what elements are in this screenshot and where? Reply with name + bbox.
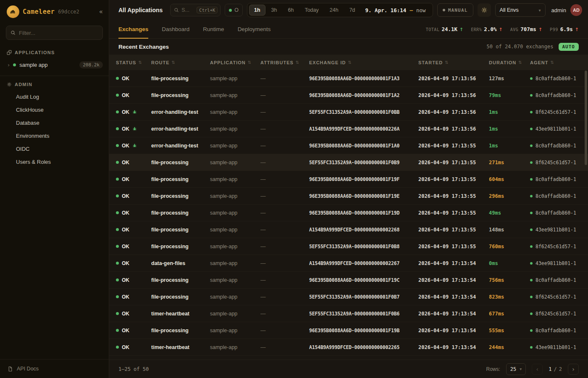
stat-label: ERR% xyxy=(471,27,482,32)
table-row[interactable]: OKfile-processingsample-app—5EF55FC31352… xyxy=(109,289,588,305)
application-cell: sample-app xyxy=(210,143,260,149)
tab-dashboard[interactable]: Dashboard xyxy=(162,20,189,38)
date-separator: — xyxy=(410,7,413,13)
started-cell: 2026-04-09 17:13:55 xyxy=(418,193,489,199)
date-range[interactable]: 9. Apr. 16:14 — now xyxy=(360,7,431,13)
table-row[interactable]: OKfile-processingsample-app—96E395B0088A… xyxy=(109,70,588,87)
duration-cell: 760ms xyxy=(489,244,530,249)
time-range-today[interactable]: Today xyxy=(299,5,323,16)
prev-page-button[interactable]: ‹ xyxy=(532,364,543,375)
table-row[interactable]: OKtimer-heartbeatsample-app—5EF55FC31352… xyxy=(109,305,588,322)
route-cell: file-processing xyxy=(151,176,210,182)
stat-avg: AVG707ms↑ xyxy=(510,26,542,32)
api-docs-link[interactable]: API Docs xyxy=(0,359,109,378)
duration-cell: 555ms xyxy=(489,328,530,333)
page-separator: / xyxy=(554,366,557,372)
status-label: OK xyxy=(122,126,129,132)
table-row[interactable]: OKfile-processingsample-app—96E395B0088A… xyxy=(109,171,588,188)
duration-cell: 756ms xyxy=(489,277,530,283)
sidebar-item-users-roles[interactable]: Users & Roles xyxy=(0,155,109,168)
agent-label: 43ee9811b801-1 xyxy=(536,344,576,350)
exchange-id-cell: 96E395B0088AA6D-000000000001F19D xyxy=(309,210,418,216)
agent-label: 8f6245c61d57-1 xyxy=(536,109,576,115)
table-row[interactable]: OKerror-handling-testsample-app—A154B9A9… xyxy=(109,121,588,137)
status-label: OK xyxy=(122,109,129,115)
table-row[interactable]: OKtimer-heartbeatsample-app—A154B9A999DF… xyxy=(109,339,588,356)
stat-p99: P996.9s↑ xyxy=(550,26,579,32)
table-row[interactable]: OKfile-processingsample-app—5EF55FC31352… xyxy=(109,238,588,255)
application-cell: sample-app xyxy=(210,344,260,350)
stat-value: 2.0% xyxy=(484,26,496,32)
started-cell: 2026-04-09 17:13:55 xyxy=(418,143,489,149)
sidebar-collapse-button[interactable]: « xyxy=(99,8,103,16)
route-cell: file-processing xyxy=(151,92,210,98)
avatar[interactable]: AD xyxy=(570,4,582,16)
app-name-label: sample app xyxy=(19,62,76,68)
table-row[interactable]: OKfile-processingsample-app—A154B9A999DF… xyxy=(109,221,588,238)
theme-toggle-button[interactable] xyxy=(478,3,491,17)
env-select[interactable]: All Envs ▾ xyxy=(495,3,546,17)
column-header-application[interactable]: APPLICATION⇅ xyxy=(210,60,260,65)
time-range-group: 1h3h6hToday24h7d 9. Apr. 16:14 — now xyxy=(247,3,433,17)
column-header-duration[interactable]: DURATION⇅ xyxy=(489,60,530,65)
table-row[interactable]: OKerror-handling-testsample-app—96E395B0… xyxy=(109,137,588,154)
table-row[interactable]: OKfile-processingsample-app—96E395B0088A… xyxy=(109,322,588,339)
sidebar-item-audit-log[interactable]: Audit Log xyxy=(0,90,109,103)
duration-cell: 604ms xyxy=(489,176,530,182)
column-label: STARTED xyxy=(418,60,443,65)
agent-label: 43ee9811b801-1 xyxy=(536,126,576,132)
status-label: OK xyxy=(122,344,129,350)
next-page-button[interactable]: › xyxy=(568,364,579,375)
sidebar-item-clickhouse[interactable]: ClickHouse xyxy=(0,103,109,116)
table-row[interactable]: OKfile-processingsample-app—96E395B0088A… xyxy=(109,87,588,104)
status-cell: OK xyxy=(116,260,151,266)
agent-cell: 8f6245c61d57-1 xyxy=(530,244,581,249)
attributes-cell: — xyxy=(260,92,309,98)
agent-label: 8c0affadb860-1 xyxy=(536,92,576,98)
scrollbar-thumb[interactable] xyxy=(585,71,587,165)
online-filter-toggle[interactable]: O xyxy=(225,4,243,16)
sidebar-item-database[interactable]: Database xyxy=(0,116,109,129)
time-range-6h[interactable]: 6h xyxy=(283,5,299,16)
sidebar-filter-input[interactable]: Filter... xyxy=(6,26,103,40)
agent-cell: 8f6245c61d57-1 xyxy=(530,109,581,115)
column-header-attributes[interactable]: ATTRIBUTES⇅ xyxy=(260,60,309,65)
duration-cell: 1ms xyxy=(489,143,530,149)
duration-cell: 0ms xyxy=(489,260,530,266)
tab-deployments[interactable]: Deployments xyxy=(238,20,271,38)
table-row[interactable]: OKfile-processingsample-app—96E395B0088A… xyxy=(109,188,588,205)
route-cell: file-processing xyxy=(151,193,210,199)
auto-refresh-badge[interactable]: AUTO xyxy=(559,43,579,51)
column-header-exchange-id[interactable]: EXCHANGE ID⇅ xyxy=(309,60,418,65)
search-input[interactable]: S... Ctrl+K xyxy=(170,4,220,16)
manual-refresh-button[interactable]: MANUAL xyxy=(437,3,473,17)
column-label: ROUTE xyxy=(151,60,170,65)
table-row[interactable]: OKerror-handling-testsample-app—5EF55FC3… xyxy=(109,104,588,121)
agent-dot xyxy=(530,312,533,315)
column-header-started[interactable]: STARTED⇅ xyxy=(418,60,489,65)
table-row[interactable]: OKdata-gen-filessample-app—A154B9A999DFC… xyxy=(109,255,588,272)
table-row[interactable]: OKfile-processingsample-app—96E395B0088A… xyxy=(109,272,588,289)
sidebar-item-sample-app[interactable]: › sample app 208.2k xyxy=(0,58,109,71)
time-range-3h[interactable]: 3h xyxy=(266,5,282,16)
tab-exchanges[interactable]: Exchanges xyxy=(118,20,148,38)
time-range-7d[interactable]: 7d xyxy=(344,5,360,16)
stat-label: AVG xyxy=(510,27,519,32)
table-row[interactable]: OKfile-processingsample-app—96E395B0088A… xyxy=(109,205,588,221)
attributes-cell: — xyxy=(260,260,309,266)
tab-runtime[interactable]: Runtime xyxy=(203,20,224,38)
status-label: OK xyxy=(122,227,129,233)
stat-total: TOTAL24.1K↑ xyxy=(426,26,463,32)
time-range-24h[interactable]: 24h xyxy=(325,5,344,16)
time-range-1h[interactable]: 1h xyxy=(249,5,265,16)
agent-label: 8c0affadb860-1 xyxy=(536,328,576,333)
column-header-status[interactable]: STATUS⇅ xyxy=(116,60,151,65)
column-header-agent[interactable]: AGENT⇅ xyxy=(530,60,581,65)
column-header-route[interactable]: ROUTE⇅ xyxy=(151,60,210,65)
rows-per-page-select[interactable]: 25 ▾ xyxy=(506,363,526,375)
route-cell: error-handling-test xyxy=(151,126,210,132)
sidebar-item-environments[interactable]: Environments xyxy=(0,129,109,142)
table-row[interactable]: OKfile-processingsample-app—5EF55FC31352… xyxy=(109,154,588,171)
sidebar-item-oidc[interactable]: OIDC xyxy=(0,142,109,155)
current-page: 1 xyxy=(549,366,551,372)
